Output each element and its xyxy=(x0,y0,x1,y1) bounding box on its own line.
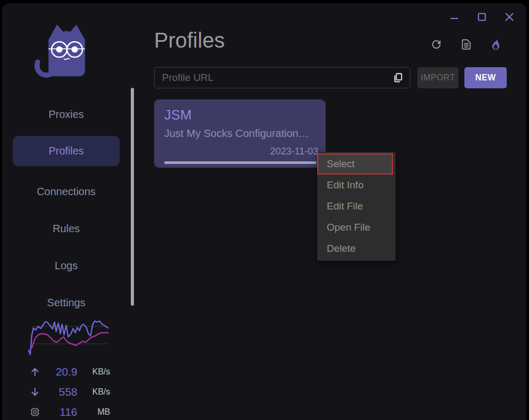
menu-item-edit-info[interactable]: Edit Info xyxy=(317,175,396,196)
copy-paste-icon[interactable] xyxy=(391,71,405,85)
menu-item-edit-file[interactable]: Edit File xyxy=(317,196,396,217)
memory-stat-row: 116 MB xyxy=(28,402,112,420)
chip-icon[interactable] xyxy=(28,407,42,417)
page-title: Profiles xyxy=(154,29,225,52)
menu-item-select[interactable]: Select xyxy=(317,153,393,175)
download-stat-row: 558 KB/s xyxy=(28,382,112,402)
document-icon[interactable] xyxy=(459,37,473,52)
import-button[interactable]: IMPORT xyxy=(417,67,459,88)
close-icon[interactable] xyxy=(502,10,517,24)
refresh-icon[interactable] xyxy=(429,37,444,52)
sidebar-scrollbar[interactable] xyxy=(131,88,134,306)
arrow-up-icon xyxy=(28,367,42,377)
profile-description: Just My Socks Configuration… xyxy=(164,127,309,140)
profile-toolbar: IMPORT NEW xyxy=(154,67,507,88)
flame-icon[interactable] xyxy=(488,37,503,52)
upload-speed-unit: KB/s xyxy=(77,367,110,377)
menu-item-delete[interactable]: Delete xyxy=(317,238,396,259)
main-panel: Profiles xyxy=(140,3,526,420)
memory-value: 116 xyxy=(42,406,77,418)
menu-item-open-file[interactable]: Open File xyxy=(317,217,396,238)
traffic-stats: 20.9 KB/s 558 KB/s xyxy=(28,362,112,420)
app-window: Proxies Profiles Connections Rules Logs … xyxy=(2,3,526,420)
sidebar-item-connections[interactable]: Connections xyxy=(2,173,130,210)
context-menu: Select Edit Info Edit File Open File Del… xyxy=(317,152,396,261)
profile-card[interactable]: JSM Just My Socks Configuration… 2023-11… xyxy=(154,99,326,168)
new-button[interactable]: NEW xyxy=(464,67,507,88)
memory-unit: MB xyxy=(77,407,110,417)
sidebar-item-profiles-wrap: Profiles xyxy=(2,136,130,173)
upload-speed-value: 20.9 xyxy=(42,366,77,378)
minimize-icon[interactable] xyxy=(447,10,462,24)
download-speed-unit: KB/s xyxy=(77,387,110,397)
sidebar-item-rules[interactable]: Rules xyxy=(2,210,130,247)
app-screenshot: Proxies Profiles Connections Rules Logs … xyxy=(0,0,529,420)
upload-stat-row: 20.9 KB/s xyxy=(28,362,112,382)
profile-url-input[interactable] xyxy=(154,67,410,88)
maximize-icon[interactable] xyxy=(474,10,489,24)
window-controls xyxy=(447,10,517,24)
sidebar-item-profiles[interactable]: Profiles xyxy=(13,136,120,166)
profile-name: JSM xyxy=(164,107,192,123)
header-actions xyxy=(429,37,503,52)
sidebar-nav: Proxies Profiles Connections Rules Logs … xyxy=(2,96,130,321)
traffic-chart xyxy=(28,317,111,358)
sidebar-item-proxies[interactable]: Proxies xyxy=(2,96,130,133)
cat-logo xyxy=(30,16,104,90)
profile-updated-date: 2023-11-03 xyxy=(270,146,318,157)
sidebar-item-logs[interactable]: Logs xyxy=(2,247,130,284)
download-speed-value: 558 xyxy=(42,386,77,398)
profile-usage-bar xyxy=(164,161,317,164)
sidebar-item-settings[interactable]: Settings xyxy=(2,284,130,321)
sidebar: Proxies Profiles Connections Rules Logs … xyxy=(2,3,140,420)
url-input-wrap xyxy=(154,67,410,88)
arrow-down-icon xyxy=(28,387,42,397)
